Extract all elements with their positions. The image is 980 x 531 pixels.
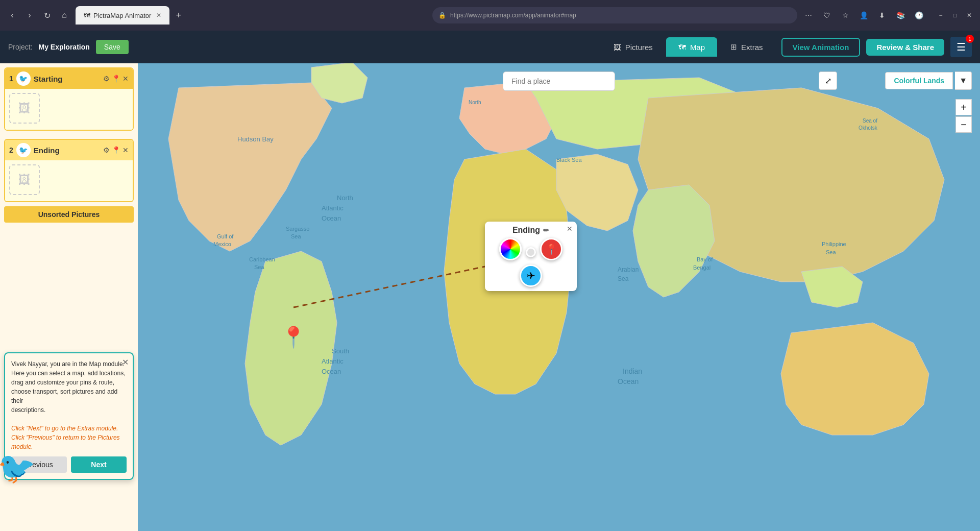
starting-pin-icon: 📍: [281, 326, 306, 348]
review-share-button[interactable]: Review & Share: [866, 39, 944, 56]
close-button[interactable]: ✕: [964, 10, 975, 21]
tooltip-close-button[interactable]: ✕: [122, 357, 129, 367]
svg-text:Sea: Sea: [618, 275, 629, 282]
red-marker-icon[interactable]: 📍: [540, 238, 562, 260]
bookmark-button[interactable]: ☆: [838, 8, 852, 22]
sidebar: 1 🐦 Starting ⚙ 📍 ✕ 🖼: [0, 63, 138, 531]
extensions-button[interactable]: ⋯: [801, 8, 816, 22]
svg-text:Sea: Sea: [826, 249, 836, 255]
scene-ending-placeholder: 🖼: [9, 164, 40, 195]
tab-extras[interactable]: ⊞ Extras: [718, 37, 775, 57]
svg-text:Ocean: Ocean: [322, 368, 341, 375]
menu-wrapper: ☰ 1: [950, 37, 972, 57]
map-area[interactable]: Hudson Bay North Atlantic Ocean Gulf of …: [138, 63, 980, 531]
world-map-svg: Hudson Bay North Atlantic Ocean Gulf of …: [138, 63, 980, 531]
notification-badge: 1: [966, 35, 974, 43]
scene-starting-icon: 🐦: [16, 71, 31, 86]
svg-text:Indian: Indian: [623, 367, 642, 375]
map-zoom-controls: + −: [955, 99, 972, 133]
map-style-arrow[interactable]: ▼: [955, 71, 972, 90]
zoom-out-button[interactable]: −: [955, 116, 972, 133]
home-button[interactable]: ⌂: [57, 8, 71, 22]
project-name: My Exploration: [38, 43, 89, 51]
tab-close-button[interactable]: ✕: [156, 12, 161, 19]
bookmarks-list-button[interactable]: 📚: [893, 8, 908, 22]
history-button[interactable]: 🕐: [912, 8, 926, 22]
scene-ending-location-icon[interactable]: 📍: [112, 146, 120, 154]
scene-location-icon[interactable]: 📍: [112, 75, 120, 83]
browser-chrome: ‹ › ↻ ⌂ 🗺 PictraMap Animator ✕ + 🔒 https…: [0, 0, 980, 31]
scene-ending-controls: ⚙ 📍 ✕: [103, 146, 129, 154]
svg-text:North: North: [337, 194, 353, 202]
scene-ending-icon: 🐦: [16, 143, 31, 157]
bird-mascot: 🐦: [0, 450, 36, 486]
extras-icon: ⊞: [730, 42, 737, 52]
profile-button[interactable]: 👤: [856, 8, 871, 22]
scene-starting-placeholder: 🖼: [9, 93, 40, 124]
ending-edit-icon[interactable]: ✏: [543, 226, 549, 234]
svg-text:Philippine: Philippine: [822, 241, 846, 247]
back-button[interactable]: ‹: [5, 8, 19, 22]
svg-text:Black Sea: Black Sea: [556, 157, 582, 163]
top-nav: Project: My Exploration Save 🖼 Pictures …: [0, 31, 980, 63]
yellow-marker-icon[interactable]: [526, 247, 536, 257]
svg-text:Caribbean: Caribbean: [249, 256, 275, 262]
map-style-selector: Colorful Lands ▼: [885, 71, 972, 90]
svg-text:Mexico: Mexico: [213, 241, 231, 247]
app: Project: My Exploration Save 🖼 Pictures …: [0, 31, 980, 531]
starting-pin[interactable]: 📍: [281, 325, 306, 349]
tab-pictures-label: Pictures: [625, 43, 653, 52]
tooltip-text: Vivek Nayyar, you are in the Map module.…: [11, 359, 127, 451]
scene-ending-delete-icon[interactable]: ✕: [122, 146, 129, 154]
ending-image-placeholder-icon: 🖼: [18, 173, 31, 187]
forward-button[interactable]: ›: [22, 8, 37, 22]
zoom-in-button[interactable]: +: [955, 99, 972, 115]
plane-icon[interactable]: ✈: [520, 264, 542, 287]
scene-ending-number: 2: [9, 146, 13, 154]
new-tab-button[interactable]: +: [172, 8, 185, 23]
tab-map-label: Map: [690, 43, 705, 52]
svg-text:Sea: Sea: [254, 264, 264, 270]
save-button[interactable]: Save: [96, 40, 129, 54]
main-content: 1 🐦 Starting ⚙ 📍 ✕ 🖼: [0, 63, 980, 531]
map-style-button[interactable]: Colorful Lands: [885, 72, 953, 89]
svg-text:Atlantic: Atlantic: [322, 204, 344, 212]
scene-delete-icon[interactable]: ✕: [122, 75, 129, 83]
scene-ending-body: 🖼: [5, 160, 133, 201]
svg-text:North: North: [469, 100, 481, 105]
scene-ending-title: Ending: [34, 146, 100, 155]
active-tab[interactable]: 🗺 PictraMap Animator ✕: [76, 6, 169, 25]
url-display: https://www.pictramap.com/app/animator#m…: [450, 12, 576, 19]
download-button[interactable]: ⬇: [875, 8, 889, 22]
minimize-button[interactable]: −: [935, 10, 946, 21]
maximize-button[interactable]: □: [949, 10, 961, 21]
tab-pictures[interactable]: 🖼 Pictures: [601, 37, 665, 57]
view-animation-button[interactable]: View Animation: [781, 38, 861, 57]
map-expand-button[interactable]: ⤢: [819, 71, 837, 90]
svg-text:Atlantic: Atlantic: [322, 357, 344, 365]
svg-text:South: South: [332, 347, 349, 355]
tooltip-click-previous: Click "Previous" to return to the Pictur…: [11, 434, 120, 450]
color-wheel-icon[interactable]: [499, 238, 522, 260]
tab-extras-label: Extras: [741, 43, 763, 52]
next-button[interactable]: Next: [71, 456, 127, 473]
window-controls: − □ ✕: [935, 10, 975, 21]
address-bar[interactable]: 🔒 https://www.pictramap.com/app/animator…: [432, 7, 797, 23]
tooltip-message: Vivek Nayyar, you are in the Map module.…: [11, 360, 125, 414]
tab-map[interactable]: 🗺 Map: [666, 37, 717, 57]
tooltip-click-next: Click "Next" to go to the Extras module.: [11, 425, 118, 432]
svg-text:Sea of: Sea of: [863, 118, 877, 124]
svg-text:Ocean: Ocean: [618, 377, 639, 385]
shield-icon[interactable]: 🛡: [820, 8, 834, 22]
reload-button[interactable]: ↻: [40, 8, 54, 22]
svg-text:Hudson Bay: Hudson Bay: [237, 135, 274, 143]
ending-popup-icons: 📍: [499, 238, 562, 260]
svg-text:Gulf of: Gulf of: [217, 233, 234, 239]
search-input[interactable]: [503, 71, 615, 91]
scene-ending-settings-icon[interactable]: ⚙: [103, 146, 110, 154]
scene-settings-icon[interactable]: ⚙: [103, 75, 110, 83]
tab-title: PictraMap Animator: [93, 12, 151, 19]
svg-text:Ocean: Ocean: [322, 214, 341, 222]
map-icon: 🗺: [678, 43, 686, 52]
ending-popup-close-button[interactable]: ✕: [567, 225, 573, 233]
